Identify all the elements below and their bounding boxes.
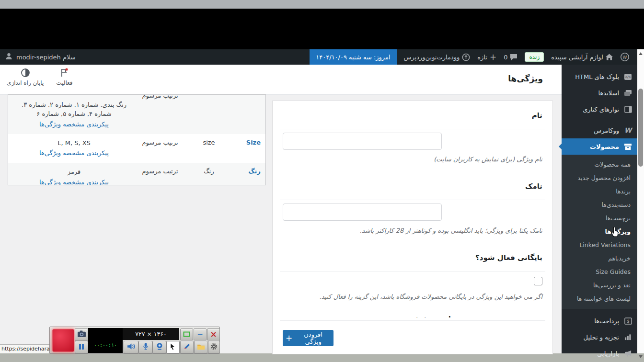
submenu-tags[interactable]: برچسب‌ها [562, 211, 637, 225]
sidebar-item-slides[interactable]: اسلایدها [562, 85, 637, 101]
sidebar-item-products[interactable]: محصولات [562, 138, 637, 155]
payments-icon: $ [623, 317, 632, 325]
configure-terms-link[interactable]: پیکربندی مشخصه ویژگی‌ها [39, 120, 109, 129]
plugin-menu[interactable]: وودمارت‌نوین‌وردپرس [404, 53, 471, 61]
user-greeting: سلام modir-sepideh [16, 54, 76, 61]
configure-terms-link[interactable]: پیکربندی مشخصه ویژگی‌ها [39, 149, 109, 158]
recorder-timer-display: ۰۰:۰۰:۱۰ [88, 328, 123, 353]
speaker-toggle-button[interactable] [124, 341, 138, 353]
region-rect-icon [183, 330, 190, 339]
browser-scrollbar[interactable] [637, 49, 644, 353]
gear-icon [210, 342, 218, 352]
activity-flag-icon [60, 68, 69, 78]
attribute-slug: رنگ [185, 168, 233, 185]
slug-input[interactable] [283, 204, 442, 221]
minimize-button[interactable]: − [194, 328, 207, 340]
name-field-label: نام [532, 111, 542, 120]
attribute-orderby: ترتیب مرسوم [135, 139, 185, 158]
products-icon [623, 143, 632, 150]
region-select-button[interactable] [180, 328, 193, 340]
svg-text:</>: </> [625, 75, 631, 79]
attribute-name-link[interactable]: Size [233, 139, 261, 158]
admin-menu: </> بلوک های HTML اسلایدها نوارهای کناری… [562, 65, 637, 362]
name-input[interactable] [283, 133, 442, 150]
settings-button[interactable] [208, 341, 220, 353]
admin-bar: W لوازم آرایشی سپیده زنده 0 + تازه وودما… [0, 49, 637, 65]
html-blocks-icon: </> [623, 73, 632, 80]
sidebar-item-sidebars[interactable]: نوارهای کناری [562, 101, 637, 117]
webcam-toggle-button[interactable] [152, 341, 166, 353]
add-attribute-form: نام نام ویژگی (برای نمایش به کاربران سای… [272, 101, 553, 354]
header-actions: پایان راه اندازی فعالیت [7, 68, 73, 86]
add-attribute-button[interactable]: افزودن ویژگی + [283, 330, 334, 346]
submenu-categories[interactable]: دسته‌بندی‌ها [562, 198, 637, 211]
home-icon [606, 54, 613, 60]
open-folder-button[interactable] [194, 341, 207, 353]
mouse-cursor-hand [610, 227, 619, 238]
close-button[interactable]: × [207, 328, 220, 340]
wordpress-logo-icon[interactable]: W [620, 52, 630, 62]
slug-field-description: نامک یکتا برای ویژگی؛ باید انگلیسی بوده … [360, 226, 542, 236]
submenu-reviews[interactable]: نقد و بررسی‌ها [562, 278, 637, 292]
submenu-add-product[interactable]: افزودن محصول جدید [562, 171, 637, 184]
date-badge: امروز: سه شنبه ۱۴۰۴/۱۰/۰۹ [310, 49, 396, 65]
submenu-brands[interactable]: برندها [562, 184, 637, 198]
finish-setup-button[interactable]: پایان راه اندازی [7, 68, 44, 86]
comments-menu[interactable]: 0 [504, 54, 518, 61]
comment-count: 0 [504, 54, 507, 61]
admin-bar-user[interactable]: سلام modir-sepideh [5, 49, 76, 65]
attribute-slug [185, 94, 233, 129]
submenu-size-guides[interactable]: Size Guides [562, 265, 637, 278]
attribute-orderby: ترتیب مرسوم [135, 94, 185, 129]
timer-value: ۰۰:۰۰:۱۰ [94, 342, 117, 348]
attribute-name-link[interactable]: رنگ [233, 168, 261, 185]
sidebar-item-html-blocks[interactable]: </> بلوک های HTML [562, 68, 637, 85]
slug-field-label: نامک [525, 182, 542, 191]
activity-button[interactable]: فعالیت [56, 68, 72, 86]
attributes-table: ترتیب مرسوم رنگ بندی, شماره ۱, شماره ۲, … [8, 94, 266, 185]
woocommerce-icon: W [623, 126, 632, 134]
status-bar-url: https://sepideharay [0, 344, 51, 353]
attribute-terms: رنگ بندی, شماره ۱, شماره ۲, شماره ۳, شما… [22, 101, 126, 117]
scrollbar-thumb[interactable] [638, 89, 643, 167]
screenshot-button[interactable] [75, 328, 88, 341]
webcam-icon [156, 342, 163, 352]
submenu-attributes[interactable]: ویژگی‌ها [562, 225, 637, 238]
minimize-icon: − [197, 331, 203, 338]
update-circle-icon [462, 53, 470, 61]
cursor-capture-button[interactable] [166, 341, 180, 353]
archives-field-label: بایگانی فعال شود؟ [475, 253, 542, 262]
name-field-description: نام ویژگی (برای نمایش به کاربران سایت) [434, 155, 542, 164]
submenu-linked-variations[interactable]: Linked Variations [562, 238, 637, 251]
svg-text:$: $ [627, 318, 630, 324]
pause-icon [78, 343, 85, 352]
camera-icon [77, 330, 86, 339]
attribute-name-link[interactable] [233, 94, 261, 129]
close-icon: × [210, 330, 217, 339]
new-content-menu[interactable]: + تازه [477, 53, 496, 61]
scrollbar-up-arrow-icon[interactable] [639, 52, 643, 55]
top-gray-strip [0, 0, 644, 9]
pause-button[interactable] [75, 341, 88, 353]
sidebar-item-analytics[interactable]: تجزیه و تحلیل [562, 329, 637, 345]
archives-checkbox[interactable] [534, 277, 542, 285]
submenu-bought-together[interactable]: خریدباهم [562, 251, 637, 265]
record-stop-button[interactable] [52, 329, 74, 352]
products-submenu: همه محصولات افزودن محصول جدید برندها دست… [562, 155, 637, 309]
attribute-terms: قرمز [68, 168, 81, 175]
site-name-menu[interactable]: لوازم آرایشی سپیده [551, 54, 613, 61]
recorder-resolution-display: ۱۳۶۰ × ۷۲۷ [123, 328, 179, 340]
annotate-button[interactable] [180, 341, 194, 353]
add-attribute-label: افزودن ویژگی [296, 331, 331, 345]
sidebar-item-marketing[interactable]: بازاریابی [562, 345, 637, 362]
sidebar-item-woocommerce[interactable]: W ووکامرس [562, 122, 637, 138]
scrollbar-down-arrow-icon[interactable] [639, 355, 643, 358]
submenu-wishlists[interactable]: لیست های خواسته ها [562, 292, 637, 305]
default-sort-label-clipped: ترتیب مرتب‌سازی پیش‌فرض [401, 315, 500, 317]
live-badge[interactable]: زنده [525, 52, 544, 62]
activity-label: فعالیت [56, 79, 72, 86]
submenu-all-products[interactable]: همه محصولات [562, 158, 637, 171]
microphone-toggle-button[interactable] [138, 341, 152, 353]
configure-terms-link[interactable]: پیکربندی مشخصه ویژگی‌ها [39, 178, 109, 185]
sidebar-item-payments[interactable]: $ پرداخت‌ها [562, 313, 637, 329]
